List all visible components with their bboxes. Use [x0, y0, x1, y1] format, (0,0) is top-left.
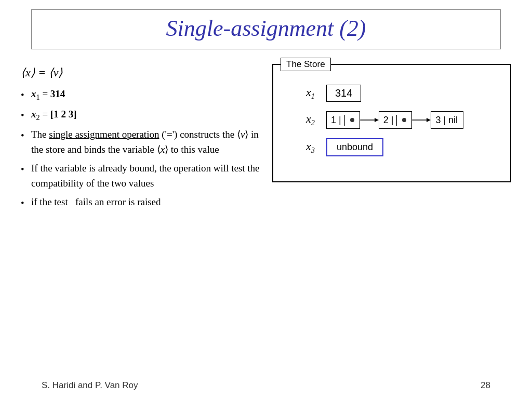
- store-row-x1: x1 314: [294, 85, 500, 102]
- bullet-content: x1 = 314: [31, 87, 262, 103]
- underline-text: single assignment operation: [49, 129, 159, 140]
- svg-marker-3: [427, 118, 431, 122]
- list-item: • If the variable is already bound, the …: [21, 161, 262, 191]
- node-val-3: 3 | nil: [431, 115, 463, 126]
- value-list: [1 2 3]: [50, 109, 77, 119]
- store-container: The Store x1 314 x2 1 |: [272, 64, 511, 182]
- bullet-dot: •: [21, 87, 31, 103]
- footer: S. Haridi and P. Van Roy 28: [0, 380, 532, 391]
- var-x2: x: [31, 109, 36, 119]
- sub-2: 2: [36, 113, 40, 122]
- list-item: • The single assignment operation ('=') …: [21, 127, 262, 157]
- left-column: ⟨x⟩ = ⟨v⟩ • x1 = 314 • x2 = [1 2 3] • Th…: [21, 64, 262, 215]
- store-row-x2: x2 1 |: [294, 111, 500, 129]
- bullet-content: if the test fails an error is raised: [31, 195, 262, 210]
- list-item: • x2 = [1 2 3]: [21, 107, 262, 123]
- slide-title: Single-assignment (2): [42, 15, 490, 42]
- dot-icon: [350, 118, 354, 122]
- title-box: Single-assignment (2): [31, 9, 501, 49]
- list-node-3: 3 | nil: [431, 111, 463, 129]
- bullet-dot: •: [21, 107, 31, 123]
- list-item: • if the test fails an error is raised: [21, 195, 262, 211]
- arrow-1-2: [360, 115, 379, 125]
- unbound-box: unbound: [326, 138, 383, 156]
- bullet-dot: •: [21, 195, 31, 211]
- var-x1: x: [31, 88, 36, 99]
- node-ptr-2: [397, 118, 411, 122]
- bullet-dot: •: [21, 161, 31, 177]
- svg-marker-1: [375, 118, 379, 122]
- arrow-2-3: [412, 115, 431, 125]
- node-val-2: 2 |: [379, 115, 397, 126]
- store-row-x3: x3 unbound: [294, 138, 500, 156]
- right-column: The Store x1 314 x2 1 |: [272, 64, 511, 215]
- angle-eq-label: ⟨x⟩ = ⟨v⟩: [21, 64, 262, 82]
- store-label: The Store: [281, 58, 331, 71]
- value-314: 314: [50, 88, 65, 99]
- bullet-content: If the variable is already bound, the op…: [31, 161, 262, 191]
- bullet-list: • x1 = 314 • x2 = [1 2 3] • The single a…: [21, 87, 262, 211]
- sub-1: 1: [36, 93, 40, 101]
- node-ptr-1: [345, 118, 360, 122]
- var-label-x2: x2: [294, 112, 315, 127]
- footer-author: S. Haridi and P. Van Roy: [42, 380, 138, 391]
- linked-list: 1 | 2 |: [326, 111, 463, 129]
- value-box-314: 314: [326, 85, 361, 102]
- list-node-2: 2 |: [379, 111, 413, 129]
- node-val-1: 1 |: [327, 115, 345, 126]
- var-label-x3: x3: [294, 140, 315, 155]
- dot-icon: [402, 118, 406, 122]
- main-content: ⟨x⟩ = ⟨v⟩ • x1 = 314 • x2 = [1 2 3] • Th…: [0, 64, 532, 215]
- var-label-x1: x1: [294, 86, 315, 101]
- list-item: • x1 = 314: [21, 87, 262, 103]
- list-node-1: 1 |: [326, 111, 360, 129]
- bullet-content: x2 = [1 2 3]: [31, 107, 262, 123]
- bullet-dot: •: [21, 127, 31, 143]
- footer-page: 28: [481, 380, 490, 391]
- bullet-content: The single assignment operation ('=') co…: [31, 127, 262, 157]
